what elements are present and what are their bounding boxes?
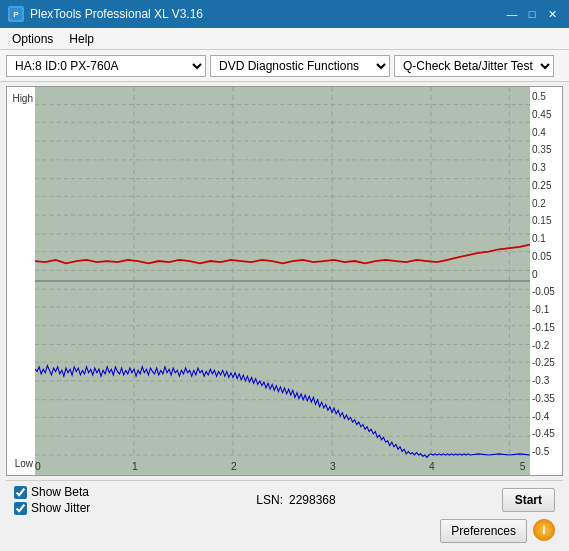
y-right-18: -0.4: [532, 411, 558, 422]
y-right-14: -0.2: [532, 340, 558, 351]
show-jitter-row: Show Jitter: [14, 501, 90, 515]
buttons-area: Start: [502, 488, 555, 512]
title-bar: P PlexTools Professional XL V3.16 — □ ✕: [0, 0, 569, 28]
test-select[interactable]: Q-Check Beta/Jitter Test: [394, 55, 554, 77]
y-axis-right: 0.5 0.45 0.4 0.35 0.3 0.25 0.2 0.15 0.1 …: [530, 87, 562, 475]
minimize-button[interactable]: —: [503, 6, 521, 22]
drive-select[interactable]: HA:8 ID:0 PX-760A: [6, 55, 206, 77]
window-controls: — □ ✕: [503, 6, 561, 22]
y-right-15: -0.25: [532, 357, 558, 368]
y-label-high: High: [9, 93, 33, 104]
y-right-1: 0.45: [532, 109, 558, 120]
checkboxes-area: Show Beta Show Jitter: [14, 485, 90, 515]
maximize-button[interactable]: □: [523, 6, 541, 22]
y-right-2: 0.4: [532, 127, 558, 138]
toolbar: HA:8 ID:0 PX-760A DVD Diagnostic Functio…: [0, 50, 569, 82]
window-title: PlexTools Professional XL V3.16: [30, 7, 203, 21]
y-right-5: 0.25: [532, 180, 558, 191]
svg-text:5: 5: [520, 460, 526, 473]
y-right-0: 0.5: [532, 91, 558, 102]
chart-svg: 0 1 2 3 4 5: [35, 87, 530, 475]
y-right-8: 0.1: [532, 233, 558, 244]
app-icon: P: [8, 6, 24, 22]
lsn-value: 2298368: [289, 493, 336, 507]
y-right-13: -0.15: [532, 322, 558, 333]
function-select[interactable]: DVD Diagnostic Functions: [210, 55, 390, 77]
menu-help[interactable]: Help: [61, 30, 102, 48]
y-right-6: 0.2: [532, 198, 558, 209]
show-beta-label: Show Beta: [31, 485, 89, 499]
y-right-3: 0.35: [532, 144, 558, 155]
y-right-20: -0.5: [532, 446, 558, 457]
y-right-11: -0.05: [532, 286, 558, 297]
y-right-16: -0.3: [532, 375, 558, 386]
menu-options[interactable]: Options: [4, 30, 61, 48]
title-bar-left: P PlexTools Professional XL V3.16: [8, 6, 203, 22]
chart-plot-area: 0 1 2 3 4 5: [35, 87, 530, 475]
y-label-low: Low: [9, 458, 33, 469]
y-right-7: 0.15: [532, 215, 558, 226]
show-jitter-checkbox[interactable]: [14, 502, 27, 515]
y-right-9: 0.05: [532, 251, 558, 262]
chart-container: High Low: [6, 86, 563, 476]
svg-text:0: 0: [35, 460, 41, 473]
y-right-12: -0.1: [532, 304, 558, 315]
start-button[interactable]: Start: [502, 488, 555, 512]
y-axis-left: High Low: [7, 87, 35, 475]
show-beta-row: Show Beta: [14, 485, 90, 499]
preferences-button[interactable]: Preferences: [440, 519, 527, 543]
svg-text:P: P: [13, 10, 19, 19]
show-jitter-label: Show Jitter: [31, 501, 90, 515]
bottom-row: Show Beta Show Jitter LSN: 2298368 Start: [14, 485, 555, 515]
svg-text:4: 4: [429, 460, 435, 473]
y-right-17: -0.35: [532, 393, 558, 404]
preferences-row: Preferences i: [14, 519, 555, 543]
svg-text:3: 3: [330, 460, 336, 473]
y-right-4: 0.3: [532, 162, 558, 173]
svg-text:1: 1: [132, 460, 138, 473]
svg-text:2: 2: [231, 460, 237, 473]
y-right-10: 0: [532, 269, 558, 280]
close-button[interactable]: ✕: [543, 6, 561, 22]
lsn-label: LSN:: [256, 493, 283, 507]
show-beta-checkbox[interactable]: [14, 486, 27, 499]
y-right-19: -0.45: [532, 428, 558, 439]
bottom-panel: Show Beta Show Jitter LSN: 2298368 Start…: [6, 480, 563, 547]
info-button[interactable]: i: [533, 519, 555, 541]
menu-bar: Options Help: [0, 28, 569, 50]
main-content: High Low: [0, 82, 569, 551]
lsn-area: LSN: 2298368: [256, 493, 335, 507]
